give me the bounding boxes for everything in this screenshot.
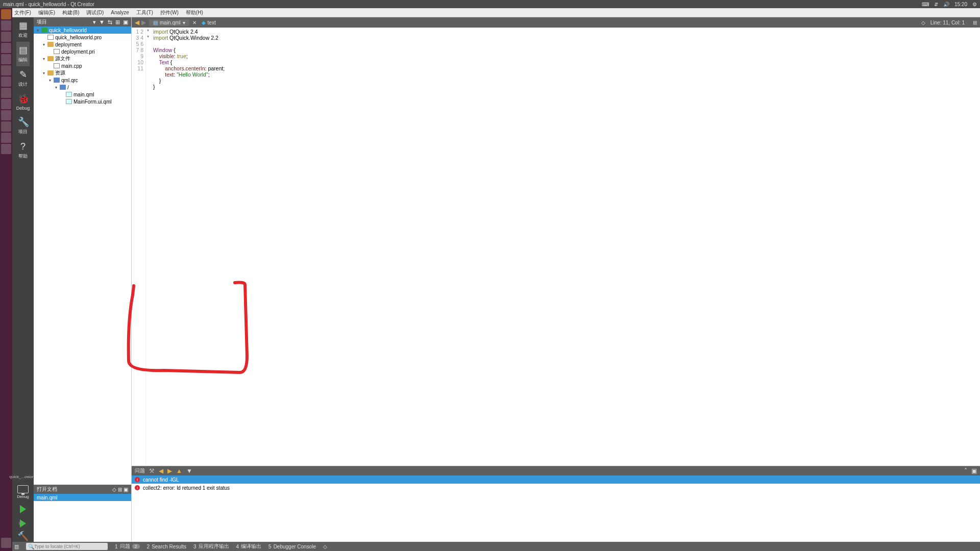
menu-item[interactable]: 编辑(E) bbox=[38, 9, 55, 16]
issue-row[interactable]: !cannot find -lGL bbox=[132, 475, 980, 484]
menu-item[interactable]: 控件(W) bbox=[160, 9, 179, 16]
kit-selector[interactable]: Debug bbox=[12, 481, 34, 502]
tree-twist-icon[interactable]: ▾ bbox=[54, 85, 58, 90]
output-tab[interactable]: 3 应用程序输出 bbox=[193, 543, 229, 550]
tree-twist-icon[interactable]: ▾ bbox=[42, 57, 46, 61]
launcher-tile[interactable] bbox=[1, 9, 11, 19]
locator-input[interactable] bbox=[34, 544, 106, 549]
open-documents-list[interactable]: main.qml bbox=[34, 494, 131, 501]
tree-twist-icon[interactable]: ▾ bbox=[36, 28, 40, 33]
output-tab[interactable]: 5 Debugger Console bbox=[268, 543, 316, 550]
fold-gutter[interactable]: ▾ ▾ bbox=[146, 28, 150, 466]
launcher-tile[interactable] bbox=[1, 99, 11, 109]
output-tab[interactable]: 4 编译输出 bbox=[236, 543, 262, 550]
mode-edit[interactable]: ▤编辑 bbox=[16, 42, 30, 66]
mode-design[interactable]: ✎设计 bbox=[16, 66, 30, 91]
keyboard-icon[interactable]: ⌨ bbox=[922, 2, 929, 7]
launcher-tile[interactable] bbox=[1, 20, 11, 31]
tree-row[interactable]: ▾quick_helloworld bbox=[34, 27, 131, 34]
mode-help[interactable]: ?帮助 bbox=[16, 138, 30, 163]
launcher-tile[interactable] bbox=[1, 88, 11, 98]
tree-row[interactable]: ▾qml.qrc bbox=[34, 77, 131, 84]
project-tree[interactable]: ▾quick_helloworldquick_helloworld.pro▾de… bbox=[34, 27, 131, 485]
hammer-icon[interactable]: ⚒ bbox=[149, 467, 155, 474]
launcher-tile[interactable] bbox=[1, 32, 11, 42]
open-doc-item[interactable]: main.qml bbox=[34, 494, 131, 501]
qt-icon bbox=[41, 28, 47, 33]
tree-row[interactable]: main.cpp bbox=[34, 62, 131, 69]
mode-projects[interactable]: 🔧项目 bbox=[16, 114, 30, 138]
build-button[interactable]: 🔨 bbox=[17, 531, 29, 542]
maximize-icon[interactable]: ▣ bbox=[971, 467, 977, 474]
tree-twist-icon[interactable]: ▾ bbox=[42, 71, 46, 76]
tree-twist-icon[interactable]: ▾ bbox=[48, 78, 52, 83]
cursor-position[interactable]: Line: 11, Col: 1 bbox=[925, 20, 970, 26]
sync-icon[interactable]: ⇆ bbox=[108, 19, 112, 26]
close-pane-icon[interactable]: ▣ bbox=[123, 19, 128, 26]
project-dropdown-icon[interactable]: ▾ bbox=[93, 19, 96, 26]
menu-item[interactable]: 调试(D) bbox=[86, 9, 104, 16]
folder-icon bbox=[47, 56, 54, 61]
issue-row[interactable]: !collect2: error: ld returned 1 exit sta… bbox=[132, 484, 980, 492]
tree-row[interactable]: ▾源文件 bbox=[34, 55, 131, 62]
menu-item[interactable]: Analyze bbox=[111, 10, 129, 15]
nav-forward-icon[interactable]: ▶ bbox=[141, 19, 146, 26]
launcher-tile[interactable] bbox=[1, 77, 11, 87]
code-editor[interactable]: 1 2 3 4 5 6 7 8 9 10 11 ▾ ▾ import QtQui… bbox=[132, 28, 980, 466]
menu-item[interactable]: 帮助(H) bbox=[186, 9, 203, 16]
filter-icon[interactable]: ▼ bbox=[99, 19, 105, 26]
prev-issue-icon[interactable]: ◀ bbox=[159, 467, 163, 474]
tree-row[interactable]: main.qml bbox=[34, 91, 131, 98]
network-icon[interactable]: ⇵ bbox=[934, 2, 938, 7]
volume-icon[interactable]: 🔊 bbox=[943, 2, 949, 7]
launcher-tile[interactable] bbox=[1, 65, 11, 76]
symbol-name: text bbox=[208, 20, 216, 26]
menu-item[interactable]: 构建(B) bbox=[62, 9, 79, 16]
tree-row[interactable]: ▾资源 bbox=[34, 69, 131, 77]
collapse-icon[interactable]: ˄ bbox=[964, 467, 967, 474]
mode-welcome[interactable]: ▦欢迎 bbox=[16, 17, 30, 42]
launcher-tile[interactable] bbox=[1, 43, 11, 53]
tree-row[interactable]: ▾deployment bbox=[34, 41, 131, 48]
mode-debug[interactable]: 🐞Debug bbox=[16, 91, 30, 114]
close-file-icon[interactable]: ✕ bbox=[192, 20, 197, 26]
launcher-tile[interactable] bbox=[1, 144, 11, 154]
tree-twist-icon[interactable]: ▾ bbox=[42, 42, 46, 47]
dropdown-icon[interactable]: ◇ bbox=[112, 487, 116, 492]
file-dropdown[interactable]: ▤ main.qml ▾ bbox=[149, 19, 189, 26]
dropdown-icon[interactable]: ◇ bbox=[921, 20, 925, 26]
toggle-sidebar-icon[interactable]: ▥ bbox=[14, 544, 19, 549]
folder-icon bbox=[47, 42, 54, 47]
locator[interactable]: 🔍 bbox=[26, 543, 108, 550]
issues-list[interactable]: !cannot find -lGL!collect2: error: ld re… bbox=[132, 475, 980, 542]
settings-icon[interactable]: ⚙ bbox=[972, 2, 977, 7]
warning-icon[interactable]: ▲ bbox=[176, 467, 182, 474]
tree-row[interactable]: quick_helloworld.pro bbox=[34, 34, 131, 41]
split-editor-icon[interactable]: ⊞ bbox=[970, 20, 980, 26]
launcher-tile[interactable] bbox=[1, 133, 11, 143]
kit-project[interactable]: quick_...oworld bbox=[9, 472, 36, 481]
output-tab[interactable]: 2 Search Results bbox=[147, 543, 186, 550]
debug-run-button[interactable] bbox=[20, 516, 26, 531]
menu-item[interactable]: 工具(T) bbox=[136, 9, 153, 16]
filter-icon[interactable]: ▼ bbox=[186, 467, 192, 474]
code-content[interactable]: import QtQuick 2.4import QtQuick.Window … bbox=[150, 28, 980, 466]
tree-row[interactable]: deployment.pri bbox=[34, 48, 131, 55]
launcher-tile[interactable] bbox=[1, 121, 11, 132]
launcher-trash[interactable] bbox=[1, 538, 11, 548]
open-documents-title: 打开文档 bbox=[37, 486, 57, 493]
launcher-tile[interactable] bbox=[1, 110, 11, 120]
tree-row[interactable]: MainForm.ui.qml bbox=[34, 98, 131, 105]
dropdown-icon[interactable]: ◇ bbox=[323, 544, 327, 549]
run-button[interactable] bbox=[20, 502, 26, 516]
output-tab[interactable]: 1 问题 2 bbox=[115, 543, 140, 550]
split-icon[interactable]: ⊞ bbox=[115, 19, 120, 26]
close-pane-icon[interactable]: ▣ bbox=[124, 487, 128, 492]
next-issue-icon[interactable]: ▶ bbox=[167, 467, 172, 474]
menu-item[interactable]: 文件(F) bbox=[14, 9, 31, 16]
launcher-tile[interactable] bbox=[1, 54, 11, 64]
nav-back-icon[interactable]: ◀ bbox=[135, 19, 139, 26]
symbol-dropdown[interactable]: ◆ text bbox=[202, 20, 216, 26]
tree-row[interactable]: ▾/ bbox=[34, 84, 131, 91]
split-icon[interactable]: ⊞ bbox=[118, 487, 122, 492]
